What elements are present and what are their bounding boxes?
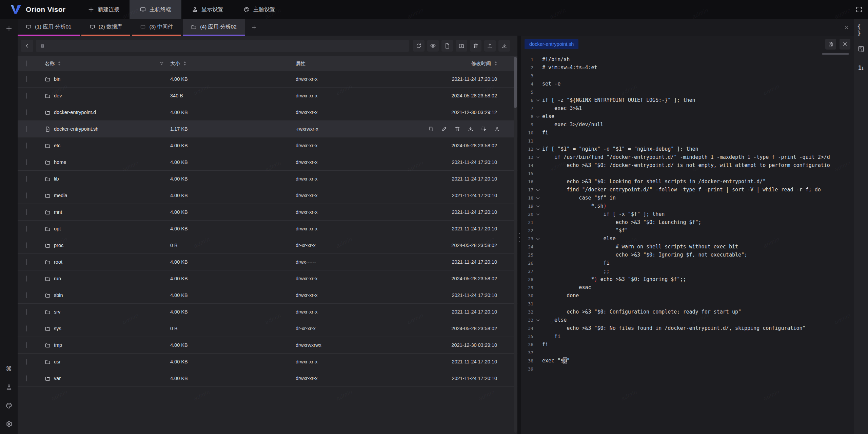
column-header-1[interactable]: 名称 xyxy=(34,60,170,67)
column-header-4[interactable]: 修改时间 xyxy=(428,60,517,67)
new-tab-button[interactable] xyxy=(246,19,262,36)
row-checkbox[interactable] xyxy=(26,76,27,82)
fold-chevron-icon[interactable] xyxy=(536,212,539,215)
fold-chevron-icon[interactable] xyxy=(536,147,539,150)
path-input[interactable] xyxy=(48,43,405,49)
file-row-lib[interactable]: lib4.00 KBdrwxr-xr-x2021-11-24 17:20:10 xyxy=(18,171,517,187)
row-checkbox[interactable] xyxy=(26,259,27,265)
download-icon[interactable] xyxy=(468,126,474,132)
menu-item-3[interactable]: 显示设置 xyxy=(181,0,233,19)
fold-chevron-icon[interactable] xyxy=(536,318,539,321)
delete-button[interactable] xyxy=(470,40,481,52)
save-button[interactable] xyxy=(825,39,836,50)
preview-button[interactable] xyxy=(427,40,439,52)
file-row-srv[interactable]: srv4.00 KBdrwxr-xr-x2021-11-24 17:20:10 xyxy=(18,304,517,320)
fold-chevron-icon[interactable] xyxy=(536,114,539,118)
row-checkbox[interactable] xyxy=(26,226,27,232)
row-checkbox[interactable] xyxy=(26,342,27,348)
rail-gear-button[interactable] xyxy=(3,418,14,429)
code-area[interactable]: 1#!/bin/sh2# vim:sw=4:ts=4:et34set -e56i… xyxy=(521,53,854,373)
row-checkbox[interactable] xyxy=(26,309,27,315)
delete-icon[interactable] xyxy=(454,126,460,132)
editor-close-button[interactable] xyxy=(840,39,850,50)
move-icon[interactable] xyxy=(481,126,487,132)
row-checkbox[interactable] xyxy=(26,159,27,165)
scrollbar-track[interactable] xyxy=(514,57,517,433)
row-checkbox[interactable] xyxy=(26,359,27,365)
menu-item-2[interactable]: 主机终端 xyxy=(130,0,181,19)
rail-palette-button[interactable] xyxy=(3,400,14,411)
session-tab-4[interactable]: (4) 应用-分析02 xyxy=(183,19,245,36)
fold-chevron-icon[interactable] xyxy=(536,237,539,240)
file-row-mnt[interactable]: mnt4.00 KBdrwxr-xr-x2021-11-24 17:20:10 xyxy=(18,204,517,221)
fold-chevron-icon[interactable] xyxy=(536,98,539,101)
row-checkbox[interactable] xyxy=(26,192,27,199)
fold-chevron-icon[interactable] xyxy=(536,155,539,158)
row-checkbox[interactable] xyxy=(26,126,27,132)
new-file-button[interactable] xyxy=(441,40,453,52)
file-row-bin[interactable]: bin4.00 KBdrwxr-xr-x2021-11-24 17:20:10 xyxy=(18,71,517,88)
session-tab-1[interactable]: (1) 应用-分析01 xyxy=(18,19,80,36)
session-tab-2[interactable]: (2) 数据库 xyxy=(81,19,131,36)
permission-icon[interactable] xyxy=(494,126,500,132)
file-panel-scrollbar[interactable] xyxy=(514,57,517,433)
rail-file-bookmark-button[interactable] xyxy=(855,43,866,54)
file-row-etc[interactable]: etc4.00 KBdrwxr-xr-x2024-05-28 23:58:02 xyxy=(18,137,517,154)
copy-icon[interactable] xyxy=(428,126,434,132)
file-row-root[interactable]: root4.00 KBdrwx------2021-11-24 17:20:10 xyxy=(18,254,517,270)
file-row-sbin[interactable]: sbin4.00 KBdrwxr-xr-x2021-11-24 17:20:10 xyxy=(18,287,517,304)
fold-chevron-icon[interactable] xyxy=(536,204,539,207)
sort-caret-icon[interactable] xyxy=(58,61,61,65)
file-row-home[interactable]: home4.00 KBdrwxr-xr-x2021-11-24 17:20:10 xyxy=(18,154,517,171)
rail-command-button[interactable]: ⌘ xyxy=(3,363,14,374)
row-checkbox[interactable] xyxy=(26,325,27,332)
refresh-button[interactable] xyxy=(413,40,425,52)
editor-file-tab[interactable]: docker-entrypoint.sh xyxy=(525,39,578,49)
scrollbar-thumb[interactable] xyxy=(514,57,517,108)
file-row-sys[interactable]: sys0 Bdr-xr-xr-x2024-05-28 23:58:02 xyxy=(18,320,517,337)
file-row-var[interactable]: var4.00 KBdrwxr-xr-x2021-11-24 17:20:10 xyxy=(18,370,517,387)
row-checkbox[interactable] xyxy=(26,242,27,248)
file-row-tmp[interactable]: tmp4.00 KBdrwxrwxrwx2021-12-30 03:29:10 xyxy=(18,337,517,354)
row-checkbox[interactable] xyxy=(26,143,27,149)
row-checkbox[interactable] xyxy=(26,209,27,215)
file-row-opt[interactable]: opt4.00 KBdrwxr-xr-x2021-11-24 17:20:10 xyxy=(18,221,517,237)
menu-item-4[interactable]: 主题设置 xyxy=(233,0,285,19)
rail-stamp-button[interactable] xyxy=(3,382,14,393)
file-row-usr[interactable]: usr4.00 KBdrwxr-xr-x2021-11-24 17:20:10 xyxy=(18,354,517,370)
rail-braces-button[interactable]: { } xyxy=(855,24,866,35)
column-header-2[interactable]: 大小 xyxy=(170,60,296,67)
edit-icon[interactable] xyxy=(441,126,447,132)
session-tab-3[interactable]: (3) 中间件 xyxy=(132,19,181,36)
divider-grip[interactable] xyxy=(518,232,520,243)
file-row-docker-entrypoint.sh[interactable]: docker-entrypoint.sh1.17 KB-rwxrwxr-x xyxy=(18,121,517,137)
row-checkbox[interactable] xyxy=(26,176,27,182)
sort-caret-icon[interactable] xyxy=(494,61,497,65)
select-all-checkbox[interactable] xyxy=(26,60,27,67)
editor-scrollbar[interactable] xyxy=(822,53,849,55)
sort-caret-icon[interactable] xyxy=(183,61,186,65)
tabbar-close-button[interactable] xyxy=(839,19,854,36)
rail-sort-lines-button[interactable]: 1↓ xyxy=(855,62,866,73)
download-button[interactable] xyxy=(498,40,510,52)
menu-item-1[interactable]: 新建连接 xyxy=(78,0,130,19)
fold-chevron-icon[interactable] xyxy=(536,188,539,191)
file-row-docker-entrypoint.d[interactable]: docker-entrypoint.d4.00 KBdrwxr-xr-x2021… xyxy=(18,104,517,121)
row-checkbox[interactable] xyxy=(26,109,27,115)
row-checkbox[interactable] xyxy=(26,375,27,381)
file-row-proc[interactable]: proc0 Bdr-xr-xr-x2024-05-28 23:58:02 xyxy=(18,237,517,254)
upload-button[interactable] xyxy=(484,40,496,52)
file-row-dev[interactable]: dev340 Bdrwxr-xr-x2024-05-28 23:58:02 xyxy=(18,88,517,104)
fold-chevron-icon[interactable] xyxy=(536,196,539,199)
row-checkbox[interactable] xyxy=(26,276,27,282)
file-row-media[interactable]: media4.00 KBdrwxr-xr-x2021-11-24 17:20:1… xyxy=(18,187,517,204)
row-checkbox[interactable] xyxy=(26,292,27,298)
fullscreen-button[interactable] xyxy=(850,0,868,19)
new-folder-button[interactable] xyxy=(456,40,467,52)
back-button[interactable] xyxy=(21,40,33,52)
rail-plus-button[interactable] xyxy=(3,23,14,34)
file-row-run[interactable]: run4.00 KBdrwxr-xr-x2024-05-28 23:58:02 xyxy=(18,270,517,287)
column-header-3[interactable]: 属性 xyxy=(296,60,428,67)
row-checkbox[interactable] xyxy=(26,93,27,99)
filter-icon[interactable] xyxy=(159,61,164,66)
